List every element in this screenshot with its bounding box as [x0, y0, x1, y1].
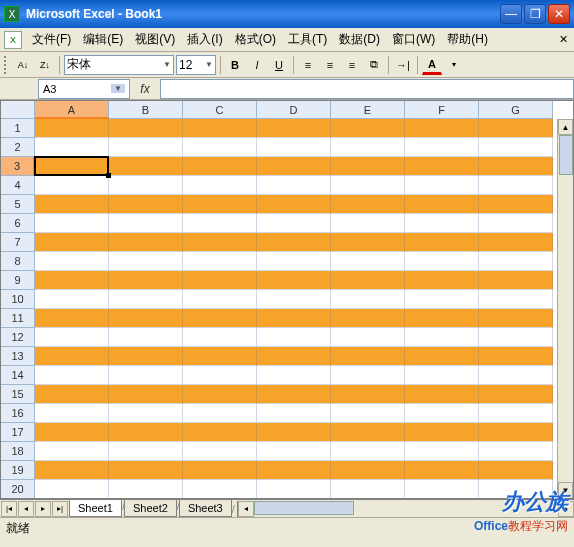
- cell-E17[interactable]: [331, 423, 405, 442]
- menu-insert[interactable]: 插入(I): [181, 29, 228, 50]
- scroll-left-button[interactable]: ◂: [238, 501, 254, 517]
- fx-button[interactable]: fx: [130, 82, 160, 96]
- cell-E3[interactable]: [331, 157, 405, 176]
- cell-E9[interactable]: [331, 271, 405, 290]
- scroll-right-button[interactable]: ▸: [558, 501, 574, 517]
- font-color-button[interactable]: A: [422, 55, 442, 75]
- cell-G19[interactable]: [479, 461, 553, 480]
- cell-F12[interactable]: [405, 328, 479, 347]
- cell-E5[interactable]: [331, 195, 405, 214]
- row-header-14[interactable]: 14: [1, 366, 35, 385]
- cell-C4[interactable]: [183, 176, 257, 195]
- row-header-3[interactable]: 3: [1, 157, 35, 176]
- cell-E12[interactable]: [331, 328, 405, 347]
- cell-A12[interactable]: [35, 328, 109, 347]
- row-header-7[interactable]: 7: [1, 233, 35, 252]
- cell-A11[interactable]: [35, 309, 109, 328]
- document-close-button[interactable]: ✕: [556, 33, 570, 47]
- cell-G12[interactable]: [479, 328, 553, 347]
- cell-B16[interactable]: [109, 404, 183, 423]
- row-header-16[interactable]: 16: [1, 404, 35, 423]
- align-center-button[interactable]: ≡: [320, 55, 340, 75]
- row-header-4[interactable]: 4: [1, 176, 35, 195]
- bold-button[interactable]: B: [225, 55, 245, 75]
- row-header-2[interactable]: 2: [1, 138, 35, 157]
- cell-G6[interactable]: [479, 214, 553, 233]
- cell-D13[interactable]: [257, 347, 331, 366]
- menu-help[interactable]: 帮助(H): [441, 29, 494, 50]
- cell-F17[interactable]: [405, 423, 479, 442]
- menu-data[interactable]: 数据(D): [333, 29, 386, 50]
- cell-D2[interactable]: [257, 138, 331, 157]
- fill-handle[interactable]: [106, 173, 111, 178]
- cells-area[interactable]: [35, 119, 553, 499]
- cell-G20[interactable]: [479, 480, 553, 499]
- cell-G17[interactable]: [479, 423, 553, 442]
- cell-F10[interactable]: [405, 290, 479, 309]
- cell-A1[interactable]: [35, 119, 109, 138]
- column-header-B[interactable]: B: [109, 101, 183, 119]
- cell-D1[interactable]: [257, 119, 331, 138]
- row-header-17[interactable]: 17: [1, 423, 35, 442]
- cell-E18[interactable]: [331, 442, 405, 461]
- cell-A3[interactable]: [35, 157, 109, 176]
- cell-A15[interactable]: [35, 385, 109, 404]
- cell-C16[interactable]: [183, 404, 257, 423]
- cell-E20[interactable]: [331, 480, 405, 499]
- cell-C20[interactable]: [183, 480, 257, 499]
- cell-D9[interactable]: [257, 271, 331, 290]
- cell-E14[interactable]: [331, 366, 405, 385]
- cell-F4[interactable]: [405, 176, 479, 195]
- cell-D19[interactable]: [257, 461, 331, 480]
- row-header-6[interactable]: 6: [1, 214, 35, 233]
- cell-D5[interactable]: [257, 195, 331, 214]
- row-header-9[interactable]: 9: [1, 271, 35, 290]
- cell-B12[interactable]: [109, 328, 183, 347]
- cell-F14[interactable]: [405, 366, 479, 385]
- cell-E8[interactable]: [331, 252, 405, 271]
- cell-G14[interactable]: [479, 366, 553, 385]
- cell-C8[interactable]: [183, 252, 257, 271]
- cell-A6[interactable]: [35, 214, 109, 233]
- horizontal-scroll-thumb[interactable]: [254, 501, 354, 515]
- cell-A20[interactable]: [35, 480, 109, 499]
- cell-B2[interactable]: [109, 138, 183, 157]
- menu-tools[interactable]: 工具(T): [282, 29, 333, 50]
- cell-F9[interactable]: [405, 271, 479, 290]
- toolbar-options-button[interactable]: ▾: [444, 55, 464, 75]
- italic-button[interactable]: I: [247, 55, 267, 75]
- cell-F3[interactable]: [405, 157, 479, 176]
- cell-C14[interactable]: [183, 366, 257, 385]
- row-header-15[interactable]: 15: [1, 385, 35, 404]
- name-box[interactable]: A3 ▼: [38, 79, 130, 99]
- row-header-13[interactable]: 13: [1, 347, 35, 366]
- sheet-tab-sheet2[interactable]: Sheet2: [124, 500, 177, 517]
- underline-button[interactable]: U: [269, 55, 289, 75]
- cell-B4[interactable]: [109, 176, 183, 195]
- cell-B8[interactable]: [109, 252, 183, 271]
- tab-first-button[interactable]: |◂: [1, 501, 17, 517]
- cell-F15[interactable]: [405, 385, 479, 404]
- cell-F8[interactable]: [405, 252, 479, 271]
- column-header-F[interactable]: F: [405, 101, 479, 119]
- cell-G4[interactable]: [479, 176, 553, 195]
- cell-G18[interactable]: [479, 442, 553, 461]
- cell-G9[interactable]: [479, 271, 553, 290]
- font-size-select[interactable]: 12 ▼: [176, 55, 216, 75]
- cell-A19[interactable]: [35, 461, 109, 480]
- cell-G11[interactable]: [479, 309, 553, 328]
- menu-view[interactable]: 视图(V): [129, 29, 181, 50]
- cell-C19[interactable]: [183, 461, 257, 480]
- cell-A5[interactable]: [35, 195, 109, 214]
- vertical-scrollbar[interactable]: ▲ ▼: [557, 119, 573, 498]
- cell-D8[interactable]: [257, 252, 331, 271]
- cell-E19[interactable]: [331, 461, 405, 480]
- row-header-11[interactable]: 11: [1, 309, 35, 328]
- cell-E2[interactable]: [331, 138, 405, 157]
- tab-next-button[interactable]: ▸: [35, 501, 51, 517]
- cell-B5[interactable]: [109, 195, 183, 214]
- row-header-19[interactable]: 19: [1, 461, 35, 480]
- cell-B18[interactable]: [109, 442, 183, 461]
- cell-E16[interactable]: [331, 404, 405, 423]
- sheet-tab-sheet1[interactable]: Sheet1: [69, 500, 122, 517]
